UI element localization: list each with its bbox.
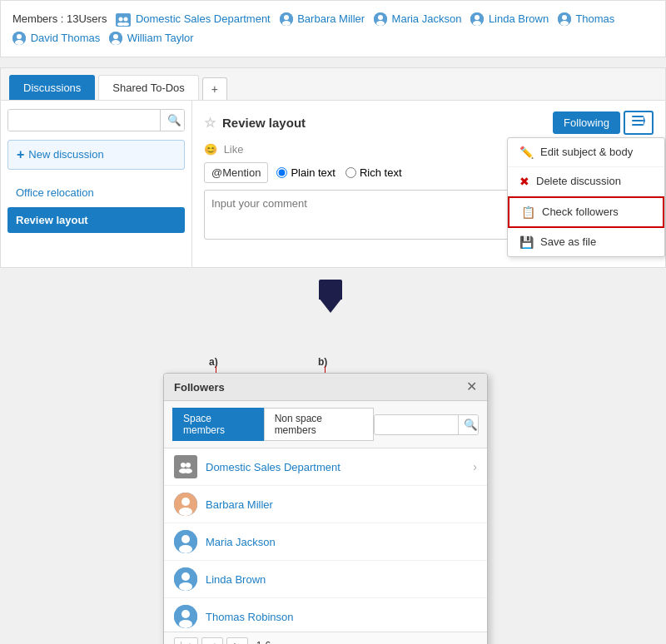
- chevron-right-icon: ›: [473, 460, 477, 473]
- menu-item-followers[interactable]: 📋 Check followers: [508, 196, 664, 228]
- member-link-5[interactable]: David Thomas: [31, 32, 101, 44]
- arrow-down: [319, 298, 342, 313]
- plain-text-radio[interactable]: [276, 167, 287, 178]
- plain-text-label[interactable]: Plain text: [276, 166, 335, 179]
- sidebar-item-office-relocation[interactable]: Office relocation: [7, 180, 185, 206]
- svg-point-15: [562, 15, 567, 20]
- follower-item-maria[interactable]: Maria Jackson: [164, 523, 487, 561]
- follower-name-thomas: Thomas Robinson: [206, 611, 294, 623]
- rich-text-radio[interactable]: [345, 167, 356, 178]
- modal-title: Followers: [174, 381, 225, 394]
- arrow-bar: [319, 280, 342, 300]
- search-button[interactable]: 🔍: [160, 110, 185, 131]
- follower-item-linda[interactable]: Linda Brown: [164, 561, 487, 598]
- menu-item-save-label: Save as file: [540, 235, 596, 248]
- svg-point-21: [113, 34, 118, 39]
- menu-item-delete-label: Delete discussion: [536, 175, 621, 187]
- discussion-title: ☆ Review layout: [204, 115, 306, 131]
- followers-modal: Followers ✕ Space members Non space memb…: [163, 373, 488, 644]
- pagination-range: 1-6: [256, 640, 271, 644]
- follower-item-dept[interactable]: Domestic Sales Department ›: [164, 448, 487, 486]
- menu-button[interactable]: [624, 111, 654, 135]
- discussion-panel: ☆ Review layout Following: [192, 101, 665, 267]
- svg-rect-23: [632, 116, 644, 117]
- menu-item-delete[interactable]: ✖ Delete discussion: [508, 167, 664, 196]
- following-button[interactable]: Following: [553, 111, 620, 134]
- svg-point-31: [184, 468, 192, 473]
- svg-point-9: [378, 15, 383, 20]
- follower-name-barbara: Barbara Miller: [206, 498, 273, 511]
- follower-avatar-thomas: [174, 605, 197, 628]
- svg-rect-25: [632, 124, 644, 126]
- svg-point-12: [475, 15, 480, 20]
- svg-point-37: [179, 545, 192, 553]
- sidebar-item-review-layout[interactable]: Review layout: [7, 207, 185, 233]
- follower-name-dept: Domestic Sales Department: [206, 461, 340, 473]
- member-link-6[interactable]: William Taylor: [127, 32, 194, 44]
- modal-search-input[interactable]: [375, 415, 458, 433]
- new-discussion-label: New discussion: [28, 148, 103, 161]
- modal-footer: |◄ ◄ ► 1-6: [164, 632, 487, 644]
- follower-item-barbara[interactable]: Barbara Miller: [164, 486, 487, 523]
- user-icon-2: [374, 12, 387, 26]
- modal-tab-nonspace[interactable]: Non space members: [264, 408, 374, 441]
- save-icon: 💾: [519, 235, 534, 249]
- svg-point-33: [181, 498, 190, 506]
- search-box: 🔍: [7, 109, 185, 131]
- pagination-prev-button[interactable]: ◄: [201, 637, 223, 644]
- member-link-2[interactable]: Maria Jackson: [392, 12, 462, 25]
- follower-name-linda: Linda Brown: [206, 573, 266, 586]
- annotation-b: b): [318, 356, 327, 368]
- menu-item-save[interactable]: 💾 Save as file: [508, 228, 664, 256]
- modal-close-button[interactable]: ✕: [466, 380, 477, 394]
- follower-item-thomas[interactable]: Thomas Robinson: [164, 598, 487, 632]
- follower-avatar-dept: [174, 455, 197, 478]
- svg-point-7: [282, 21, 291, 26]
- follower-name-maria: Maria Jackson: [206, 536, 276, 548]
- modal-search: 🔍: [374, 414, 479, 435]
- sidebar: 🔍 + New discussion Office relocation Rev…: [1, 101, 192, 267]
- menu-item-edit-label: Edit subject & body: [540, 146, 633, 158]
- new-discussion-button[interactable]: + New discussion: [7, 140, 185, 170]
- user-icon-4: [558, 12, 571, 26]
- pagination-next-button[interactable]: ►: [226, 637, 248, 644]
- modal-tab-space[interactable]: Space members: [172, 408, 264, 441]
- followers-icon: 📋: [521, 206, 535, 219]
- members-label: Members : 13Users: [12, 12, 107, 25]
- rich-text-label[interactable]: Rich text: [345, 166, 402, 179]
- text-type-group: Plain text Rich text: [276, 166, 401, 179]
- member-link-4[interactable]: Thomas: [575, 12, 614, 25]
- member-link-1[interactable]: Barbara Miller: [297, 12, 365, 25]
- content-area: 🔍 + New discussion Office relocation Rev…: [1, 101, 665, 267]
- menu-item-edit[interactable]: ✏️ Edit subject & body: [508, 138, 664, 167]
- star-icon[interactable]: ☆: [204, 115, 216, 131]
- tab-discussions[interactable]: Discussions: [9, 75, 95, 100]
- svg-point-10: [376, 21, 385, 26]
- tab-shared-todos[interactable]: Shared To-Dos: [98, 75, 198, 100]
- member-link-3[interactable]: Linda Brown: [489, 12, 549, 25]
- tab-add-button[interactable]: +: [202, 77, 227, 100]
- menu-item-followers-label: Check followers: [542, 206, 619, 218]
- modal-search-button[interactable]: 🔍: [458, 415, 479, 434]
- user-icon-3: [470, 12, 484, 26]
- dept-link[interactable]: Domestic Sales Department: [136, 12, 271, 25]
- pagination-first-button[interactable]: |◄: [174, 637, 198, 644]
- svg-point-2: [124, 17, 128, 21]
- svg-point-22: [112, 40, 120, 45]
- header-actions: Following: [553, 111, 654, 135]
- delete-icon: ✖: [519, 175, 529, 188]
- like-label[interactable]: Like: [224, 143, 244, 156]
- plus-icon: +: [17, 147, 24, 162]
- modal-header: Followers ✕: [164, 374, 487, 401]
- user-icon-1: [280, 12, 293, 26]
- svg-point-40: [179, 582, 192, 591]
- group-icon: [116, 13, 131, 25]
- svg-point-43: [179, 620, 192, 628]
- user-icon-6: [109, 32, 122, 45]
- mention-button[interactable]: @Mention: [204, 162, 268, 183]
- svg-point-16: [560, 21, 569, 26]
- svg-marker-26: [644, 116, 645, 126]
- modal-tabs: Space members Non space members 🔍: [164, 401, 487, 448]
- search-input[interactable]: [8, 110, 160, 131]
- annotation-a: a): [209, 356, 218, 368]
